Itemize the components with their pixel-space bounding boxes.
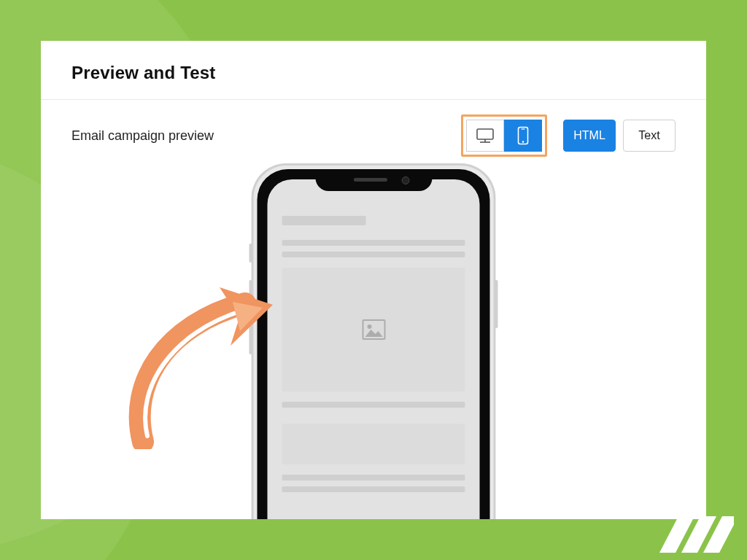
slashes-icon	[654, 516, 734, 553]
wireframe-heading-placeholder	[282, 216, 366, 225]
card-header: Preview and Test	[41, 41, 706, 100]
toolbar-controls: HTML Text	[461, 114, 676, 157]
svg-rect-0	[477, 129, 493, 139]
preview-card: Preview and Test Email campaign preview	[41, 41, 706, 519]
phone-side-button	[249, 280, 252, 314]
stage-background: Preview and Test Email campaign preview	[0, 0, 747, 560]
phone-notch	[315, 169, 432, 191]
wireframe-text-line	[282, 486, 465, 492]
svg-point-8	[367, 324, 371, 329]
phone-side-button	[249, 321, 252, 354]
phone-bezel	[258, 169, 490, 519]
phone-screen	[268, 179, 480, 519]
html-format-button[interactable]: HTML	[563, 120, 616, 152]
toolbar: Email campaign preview	[41, 100, 706, 157]
desktop-icon	[476, 128, 495, 144]
svg-point-4	[522, 141, 524, 143]
mobile-preview-mockup	[252, 163, 496, 519]
phone-side-button	[495, 280, 498, 328]
preview-subtitle: Email campaign preview	[71, 128, 214, 144]
wireframe-image-placeholder	[282, 268, 465, 392]
phone-frame	[252, 163, 496, 519]
device-toggle-highlight	[461, 114, 547, 157]
wireframe-text-line	[282, 240, 465, 246]
phone-side-button	[249, 244, 252, 262]
page-title: Preview and Test	[71, 63, 676, 83]
device-toggle-group	[466, 120, 542, 152]
brand-logo	[654, 516, 734, 553]
wireframe-text-line	[282, 252, 465, 257]
desktop-preview-button[interactable]	[466, 120, 504, 152]
wireframe-content-block	[282, 424, 465, 464]
format-toggle-group: HTML Text	[563, 120, 676, 152]
wireframe-text-line	[282, 475, 465, 481]
wireframe-text-line	[282, 402, 465, 408]
mobile-icon	[517, 126, 529, 145]
email-wireframe	[268, 179, 480, 519]
mobile-preview-button[interactable]	[504, 120, 542, 152]
image-placeholder-icon	[361, 319, 386, 341]
text-format-button[interactable]: Text	[623, 120, 676, 152]
